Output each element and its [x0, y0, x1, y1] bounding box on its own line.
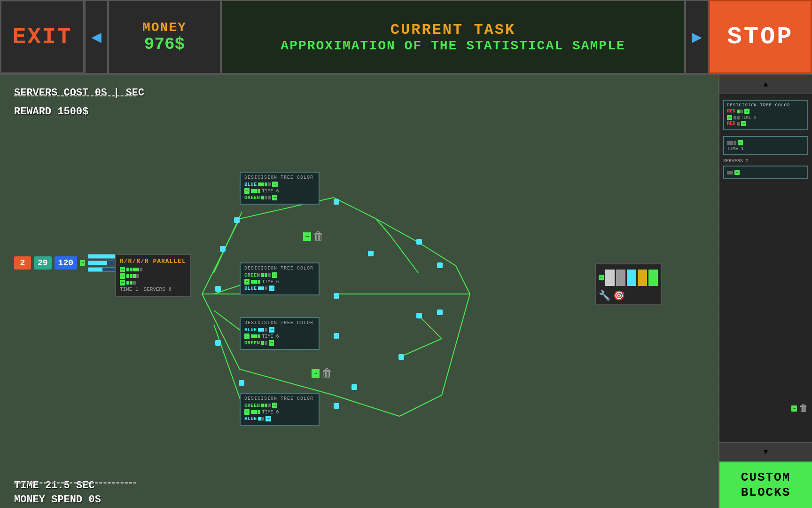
money-label: MONEY — [142, 20, 187, 35]
dt-bot-row3: BLUE → — [244, 416, 315, 421]
sidebar-dt-arrow2[interactable]: → — [727, 115, 732, 120]
sidebar-dt-arrow3[interactable]: → — [741, 121, 746, 126]
stop-label: STOP — [727, 23, 794, 51]
dt-block-mid-blue[interactable]: DESICISION TREE COLOR BLUE → → TIME 6 GR… — [240, 317, 320, 350]
parallel-arrow-3[interactable]: → — [120, 280, 125, 286]
dt-mb-arrow3[interactable]: → — [269, 340, 274, 346]
dt-bot-arrow1[interactable]: → — [272, 403, 277, 408]
color-bar-1 — [605, 270, 615, 286]
mini-bars-3 — [126, 281, 136, 285]
servers-cost-label: SERVERS COST 0$ | SEC — [14, 87, 144, 99]
dt-mg-arrow2[interactable]: → — [244, 279, 250, 285]
sidebar-dt-bars3 — [737, 122, 740, 126]
dt-top-time: TIME 6 — [262, 189, 279, 194]
output-arrow[interactable]: → — [599, 275, 604, 280]
tools-row: 🔧 🎯 — [599, 290, 658, 302]
dt-bot-arrow3[interactable]: → — [265, 416, 271, 421]
sidebar-time-arrow[interactable]: → — [738, 140, 743, 145]
money-spend-label: MONEY SPEND 0$ — [14, 494, 101, 506]
trash-arrow-1[interactable]: → — [303, 232, 311, 241]
sidebar-trash-arrow[interactable]: → — [791, 405, 797, 412]
connector-dot — [398, 354, 404, 360]
mini-bars-1 — [126, 268, 142, 271]
dt-top-color1: BLUE — [244, 182, 257, 187]
task-panel: CURRENT TASK APPROXIMATION OF THE STATIS… — [221, 0, 685, 74]
dashed-divider-1 — [14, 95, 136, 96]
output-color-bars — [605, 268, 658, 287]
sidebar-dt-bars1 — [737, 110, 743, 113]
custom-blocks-button[interactable]: CUSTOM BLOCKS — [719, 461, 812, 508]
sidebar-dt-arrow1[interactable]: → — [744, 109, 750, 114]
dt-mg-row1: GREEN → — [244, 272, 315, 278]
exit-button[interactable]: EXIT — [0, 0, 85, 74]
trash-container-1: → 🗑 — [303, 230, 324, 243]
dt-bot-arrow2[interactable]: → — [244, 409, 250, 415]
dt-top-color2: GREEN — [244, 195, 260, 200]
sidebar-trash-icon[interactable]: 🗑 — [799, 403, 808, 414]
parallel-arrow-1[interactable]: → — [120, 267, 125, 272]
nav-left-button[interactable]: ◀ — [85, 0, 108, 74]
dt-mb-arrow1[interactable]: → — [269, 327, 274, 333]
parallel-block[interactable]: R/R/R/R PARALLEL → → → TIME 1 — [115, 254, 191, 297]
dt-mg-arrow1[interactable]: → — [272, 272, 277, 278]
sidebar-content: DESICISION TREE COLOR RED → → TIME 6 — [719, 94, 812, 442]
dt-top-arrow1[interactable]: → — [272, 182, 277, 187]
parallel-arrow-2[interactable]: → — [120, 273, 125, 279]
dt-mg-row3: BLUE → — [244, 286, 315, 291]
dt-top-row2: → TIME 6 — [244, 188, 315, 194]
sidebar-scroll-up[interactable]: ▲ — [719, 75, 812, 94]
dt-mb-arrow2[interactable]: → — [244, 333, 250, 339]
sidebar-dt-row3: RED → — [727, 121, 804, 126]
parallel-time: TIME 1 — [120, 286, 139, 292]
dt-top-bars2 — [251, 189, 260, 193]
dt-block-top[interactable]: DESICISION TREE COLOR BLUE → → TIME 6 GR… — [240, 172, 320, 205]
color-bar-4 — [638, 270, 647, 286]
dt-mg-arrow3[interactable]: → — [269, 286, 274, 291]
dt-bot-row1: GREEN → — [244, 403, 315, 408]
connector-dot — [215, 340, 221, 346]
connector-dot — [334, 199, 339, 205]
sidebar-servers-block[interactable]: → — [723, 166, 808, 179]
sidebar-servers-bars — [727, 171, 733, 175]
nav-right-icon: ▶ — [692, 27, 702, 48]
dt-top-arrow3[interactable]: → — [272, 195, 277, 200]
sidebar-dt-time: TIME 6 — [741, 115, 756, 120]
sidebar-servers-arrow[interactable]: → — [734, 170, 740, 175]
dashed-divider-2 — [14, 482, 136, 484]
badge-29: 29 — [34, 256, 52, 270]
trash-icon-2[interactable]: 🗑 — [321, 366, 333, 380]
sidebar-time-row: → — [727, 140, 804, 145]
dt-top-bars1 — [258, 183, 271, 186]
stop-button[interactable]: STOP — [709, 0, 812, 74]
sidebar-dt-bars2 — [734, 116, 740, 119]
dt-mb-row3: GREEN → — [244, 340, 315, 346]
sidebar-scroll-down[interactable]: ▼ — [719, 442, 812, 461]
dt-block-mid-green[interactable]: DESICISION TREE COLOR GREEN → → TIME 6 B… — [240, 262, 320, 295]
dt-bot-bars3 — [258, 417, 264, 421]
dt-mb-bars3 — [261, 341, 267, 345]
dt-block-bottom[interactable]: DESICISION TREE COLOR GREEN → → TIME 6 B… — [240, 393, 320, 426]
dt-mb-bars2 — [251, 334, 260, 338]
dt-top-arrow2[interactable]: → — [244, 188, 250, 194]
right-output-node[interactable]: → 🔧 🎯 — [595, 263, 662, 305]
dt-mb-color2: GREEN — [244, 340, 260, 346]
connector-dot — [334, 293, 339, 299]
sidebar-trash: → 🗑 — [791, 403, 808, 414]
svg-line-3 — [214, 325, 242, 405]
sidebar-time-block[interactable]: → TIME 1 — [723, 136, 808, 155]
parallel-servers: SERVERS 6 — [144, 286, 172, 292]
dt-mb-title: DESICISION TREE COLOR — [244, 320, 315, 325]
dt-mg-bars2 — [251, 280, 260, 284]
node-arrow[interactable]: → — [80, 260, 85, 266]
trash-icon-1[interactable]: 🗑 — [313, 230, 324, 243]
canvas[interactable]: SERVERS COST 0$ | SEC REWARD 1500$ TIME … — [0, 75, 718, 508]
reward-label: REWARD 1500$ — [14, 106, 88, 118]
target-icon[interactable]: 🎯 — [613, 290, 625, 302]
wrench-icon[interactable]: 🔧 — [599, 290, 610, 302]
sidebar-dt-block[interactable]: DESICISION TREE COLOR RED → → TIME 6 — [723, 100, 808, 130]
connector-dot — [368, 251, 374, 256]
color-bar-5 — [648, 270, 658, 286]
trash-arrow-2[interactable]: → — [312, 369, 320, 378]
sidebar-servers-row: → — [727, 170, 804, 175]
nav-right-button[interactable]: ▶ — [685, 0, 709, 74]
